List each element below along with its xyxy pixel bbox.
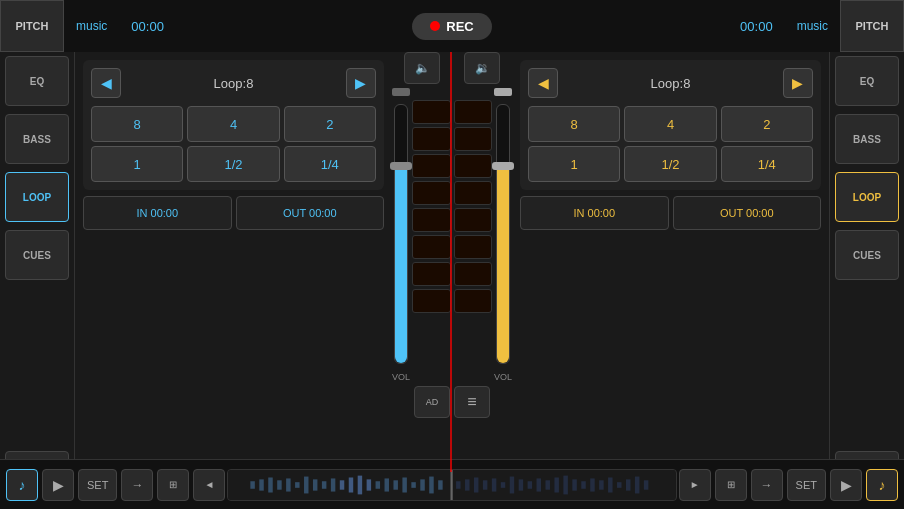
- left-out-button[interactable]: OUT 00:00: [236, 196, 385, 230]
- crossfader-right-button[interactable]: ►: [679, 469, 711, 501]
- pad-7[interactable]: [412, 181, 450, 205]
- left-deck-panel: ◀ Loop:8 ▶ 8 4 2 1 1/2 1/4 IN 00:00 OUT …: [75, 52, 392, 509]
- ad-button[interactable]: AD: [414, 386, 450, 418]
- right-set-button[interactable]: SET: [787, 469, 826, 501]
- right-play-button[interactable]: ▶: [830, 469, 862, 501]
- right-vol-down-button[interactable]: 🔉: [464, 52, 500, 84]
- pad-15[interactable]: [412, 289, 450, 313]
- left-sidebar: EQ BASS LOOP CUES SAMPLER: [0, 52, 75, 509]
- right-loop-cell-quarter[interactable]: 1/4: [721, 146, 813, 182]
- right-fader-handle[interactable]: [492, 162, 514, 170]
- top-right: 00:00 music PITCH: [728, 0, 904, 52]
- right-fader-top-handle: [494, 88, 512, 96]
- right-loop-button[interactable]: LOOP: [835, 172, 899, 222]
- right-in-button[interactable]: IN 00:00: [520, 196, 669, 230]
- main-area: EQ BASS LOOP CUES SAMPLER ◀ Loop:8 ▶ 8 4…: [0, 52, 904, 509]
- left-in-button[interactable]: IN 00:00: [83, 196, 232, 230]
- left-loop-cell-4[interactable]: 4: [187, 106, 279, 142]
- left-loop-grid: 8 4 2 1 1/2 1/4: [91, 106, 376, 182]
- svg-rect-7: [295, 482, 299, 488]
- left-inout-row: IN 00:00 OUT 00:00: [83, 196, 384, 230]
- right-loop-cell-1[interactable]: 1: [528, 146, 620, 182]
- pad-6[interactable]: [454, 154, 492, 178]
- left-play-button[interactable]: ▶: [42, 469, 74, 501]
- left-waveform: [227, 469, 676, 501]
- svg-rect-34: [546, 480, 550, 489]
- pad-12[interactable]: [454, 235, 492, 259]
- pad-14[interactable]: [454, 262, 492, 286]
- rec-area: REC: [412, 13, 491, 40]
- left-eq-button[interactable]: EQ: [5, 56, 69, 106]
- bottom-bar: ♪ ▶ SET → ⊞ ◄: [0, 459, 904, 509]
- svg-rect-44: [635, 476, 639, 493]
- pad-5[interactable]: [412, 154, 450, 178]
- right-sidebar: EQ BASS LOOP CUES SAMPLER: [829, 52, 904, 509]
- left-set-button[interactable]: SET: [78, 469, 117, 501]
- pad-10[interactable]: [454, 208, 492, 232]
- left-loop-cell-2[interactable]: 2: [284, 106, 376, 142]
- right-bass-button[interactable]: BASS: [835, 114, 899, 164]
- svg-rect-14: [358, 475, 362, 494]
- left-grid-button[interactable]: ⊞: [157, 469, 189, 501]
- svg-rect-22: [430, 476, 434, 493]
- left-fader-handle[interactable]: [390, 162, 412, 170]
- right-grid-button[interactable]: ⊞: [715, 469, 747, 501]
- top-left: PITCH music 00:00: [0, 0, 176, 52]
- pad-3[interactable]: [412, 127, 450, 151]
- left-cues-button[interactable]: CUES: [5, 230, 69, 280]
- pad-grid: [412, 100, 492, 313]
- right-pitch-button[interactable]: PITCH: [840, 0, 904, 52]
- left-loop-cell-quarter[interactable]: 1/4: [284, 146, 376, 182]
- svg-rect-27: [483, 480, 487, 489]
- pad-11[interactable]: [412, 235, 450, 259]
- left-loop-cell-8[interactable]: 8: [91, 106, 183, 142]
- rec-button[interactable]: REC: [412, 13, 491, 40]
- right-loop-cell-8[interactable]: 8: [528, 106, 620, 142]
- left-music-button[interactable]: ♪: [6, 469, 38, 501]
- fader-pad-area: VOL: [392, 88, 512, 382]
- right-loop-cell-2[interactable]: 2: [721, 106, 813, 142]
- pad-4[interactable]: [454, 127, 492, 151]
- pad-13[interactable]: [412, 262, 450, 286]
- left-vol-down-button[interactable]: 🔈: [404, 52, 440, 84]
- left-fader-track[interactable]: [394, 104, 408, 364]
- svg-rect-2: [251, 481, 255, 489]
- left-loop-cell-half[interactable]: 1/2: [187, 146, 279, 182]
- left-pitch-button[interactable]: PITCH: [0, 0, 64, 52]
- left-timer: 00:00: [119, 19, 176, 34]
- pad-2[interactable]: [454, 100, 492, 124]
- right-vol-label: VOL: [494, 372, 512, 382]
- left-loop-next-button[interactable]: ▶: [346, 68, 376, 98]
- left-fader-top-handle: [392, 88, 410, 96]
- right-loop-cell-4[interactable]: 4: [624, 106, 716, 142]
- left-loop-cell-1[interactable]: 1: [91, 146, 183, 182]
- right-music-button[interactable]: ♪: [866, 469, 898, 501]
- crossfader-left-button[interactable]: ◄: [193, 469, 225, 501]
- right-loop-grid: 8 4 2 1 1/2 1/4: [528, 106, 813, 182]
- rec-dot: [430, 21, 440, 31]
- svg-rect-43: [626, 479, 630, 490]
- right-eq-button[interactable]: EQ: [835, 56, 899, 106]
- right-cues-button[interactable]: CUES: [835, 230, 899, 280]
- pad-1[interactable]: [412, 100, 450, 124]
- right-deck-panel: ◀ Loop:8 ▶ 8 4 2 1 1/2 1/4 IN 00:00 OUT …: [512, 52, 829, 509]
- left-loop-button[interactable]: LOOP: [5, 172, 69, 222]
- menu-button[interactable]: ≡: [454, 386, 490, 418]
- pad-16[interactable]: [454, 289, 492, 313]
- pad-9[interactable]: [412, 208, 450, 232]
- svg-rect-21: [421, 479, 425, 490]
- left-cue-forward-button[interactable]: →: [121, 469, 153, 501]
- right-out-button[interactable]: OUT 00:00: [673, 196, 822, 230]
- left-waveform-area: ◄: [193, 469, 710, 501]
- right-loop-cell-half[interactable]: 1/2: [624, 146, 716, 182]
- pad-8[interactable]: [454, 181, 492, 205]
- svg-rect-24: [456, 481, 460, 489]
- right-cue-forward-button[interactable]: →: [751, 469, 783, 501]
- left-vol-label: VOL: [392, 372, 410, 382]
- right-loop-section: ◀ Loop:8 ▶ 8 4 2 1 1/2 1/4: [520, 60, 821, 190]
- left-bass-button[interactable]: BASS: [5, 114, 69, 164]
- right-loop-next-button[interactable]: ▶: [783, 68, 813, 98]
- right-fader-track[interactable]: [496, 104, 510, 364]
- left-loop-prev-button[interactable]: ◀: [91, 68, 121, 98]
- right-loop-prev-button[interactable]: ◀: [528, 68, 558, 98]
